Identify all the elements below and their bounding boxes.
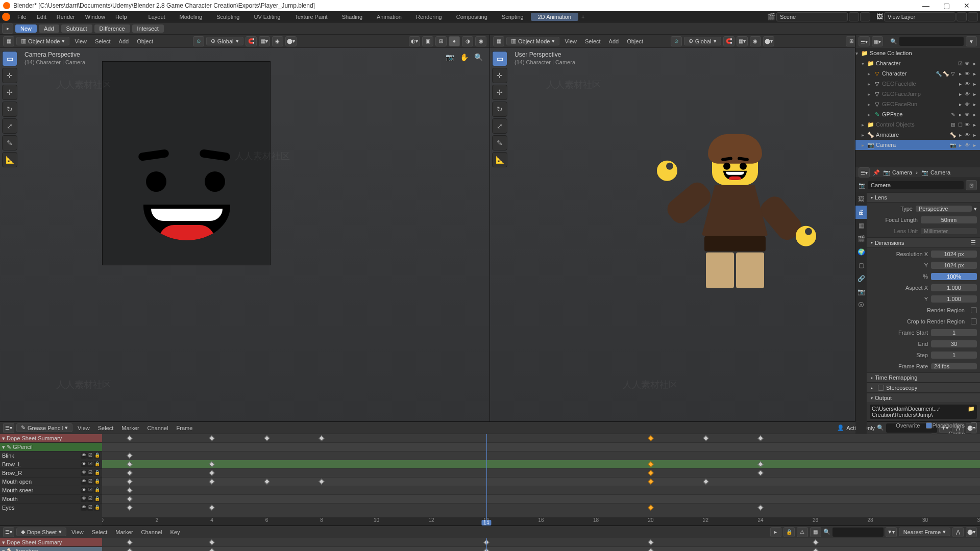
tool-move[interactable]: ✢ — [492, 85, 507, 100]
outliner-type-icon[interactable]: ☰▾ — [859, 36, 870, 46]
frame-end[interactable]: 30 — [931, 340, 977, 347]
outliner-item[interactable]: ▾📁Character☑👁▸ — [855, 58, 980, 68]
ds-marker[interactable]: Marker — [112, 529, 136, 535]
mode-select[interactable]: ▥ Object Mode ▾ — [16, 37, 69, 45]
vp-select[interactable]: Select — [582, 38, 604, 44]
vp-object[interactable]: Object — [134, 38, 156, 44]
scene-del[interactable] — [860, 12, 870, 21]
keyframe[interactable] — [127, 548, 132, 551]
channel-row[interactable]: ▾ ✎ GPencil — [0, 443, 102, 452]
viewlayer-new[interactable] — [957, 12, 967, 21]
xray-icon[interactable]: ▣ — [422, 36, 433, 46]
keyframe[interactable] — [648, 461, 653, 467]
keyframe[interactable] — [209, 548, 214, 551]
dim-menu-icon[interactable]: ☰ — [971, 239, 976, 246]
toolopt-new[interactable]: New — [15, 24, 37, 33]
tool-select-box[interactable]: ▭ — [2, 51, 17, 66]
breadcrumb-data[interactable]: Camera — [930, 169, 950, 176]
editor-type-icon[interactable]: ☰▾ — [3, 423, 14, 433]
lens-type-dropdown[interactable]: Perspective — [916, 206, 972, 212]
propedit-icon[interactable]: ◉ — [272, 36, 283, 46]
shading-solid-icon[interactable]: ● — [449, 36, 460, 46]
outliner-item[interactable]: ▸▽GEOFaceIdle▸👁▸ — [855, 79, 980, 89]
scene-new[interactable] — [849, 12, 859, 21]
tab-rendering[interactable]: Rendering — [409, 13, 449, 21]
vp-object[interactable]: Object — [624, 38, 646, 44]
keyframe[interactable] — [127, 435, 132, 441]
keyframe[interactable] — [127, 496, 132, 502]
snap-to-icon[interactable]: ▦▾ — [737, 36, 748, 46]
channel-row[interactable]: Brow_R👁☑🔒 — [0, 469, 102, 478]
keyframe[interactable] — [127, 479, 132, 484]
tool-cursor[interactable]: ✛ — [2, 68, 17, 83]
keyframe[interactable] — [127, 453, 132, 458]
ds-select[interactable]: Select — [95, 425, 117, 431]
panel-time-remap[interactable]: ▸Time Remapping — [867, 372, 980, 383]
keyframe[interactable] — [209, 470, 214, 475]
tool-scale[interactable]: ⤢ — [2, 118, 17, 134]
tab-layout[interactable]: Layout — [141, 13, 173, 21]
panel-dimensions[interactable]: ▾Dimensions☰ — [867, 237, 980, 248]
tab-texturepaint[interactable]: Texture Paint — [287, 13, 334, 21]
tab-shading[interactable]: Shading — [335, 13, 370, 21]
panel-stereo[interactable]: ▸Stereoscopy — [867, 383, 980, 393]
propfalloff-icon[interactable]: ⬤▾ — [285, 36, 297, 46]
frame-step[interactable]: 1 — [931, 352, 977, 359]
datablock-name[interactable]: Camera — [868, 181, 964, 189]
keyframe[interactable] — [264, 435, 270, 441]
channel-row[interactable]: Mouth👁☑🔒 — [0, 495, 102, 504]
keyframe[interactable] — [813, 539, 818, 545]
keyframe[interactable] — [127, 461, 132, 467]
add-workspace[interactable]: + — [578, 14, 587, 20]
ds-view[interactable]: View — [68, 529, 87, 535]
toolopt-add[interactable]: Add — [39, 24, 59, 33]
ds-frame[interactable]: Frame — [174, 425, 196, 431]
maximize-button[interactable]: ▢ — [936, 2, 957, 10]
pivot-icon[interactable]: ⊙ — [671, 36, 682, 46]
propedit-icon[interactable]: ⬤▾ — [966, 527, 977, 537]
keyframe[interactable] — [757, 505, 763, 510]
keyframe[interactable] — [318, 479, 324, 484]
output-path[interactable]: C:\Users\darri\Document...r Creation\Ren… — [872, 406, 968, 418]
keyframe[interactable] — [264, 479, 270, 484]
tab-sculpting[interactable]: Sculpting — [209, 13, 247, 21]
keyframe[interactable] — [648, 479, 653, 484]
channel-row[interactable]: Eyes👁☑🔒 — [0, 504, 102, 512]
keyframe[interactable] — [127, 539, 132, 545]
shading-lookdev-icon[interactable]: ◑ — [462, 36, 473, 46]
outliner-item[interactable]: ▸📁Control Objects⊞☐👁▸ — [855, 119, 980, 130]
orient-select[interactable]: ⊕ Global ▾ — [684, 37, 721, 45]
toolopt-difference[interactable]: Difference — [94, 24, 130, 33]
viewlayer-select[interactable]: View Layer — [884, 12, 955, 21]
channel-row[interactable]: Mouth open👁☑🔒 — [0, 478, 102, 486]
keyframe[interactable] — [209, 505, 214, 510]
ds-channel[interactable]: Channel — [144, 425, 172, 431]
tab-scripting[interactable]: Scripting — [495, 13, 531, 21]
viewlayer-del[interactable] — [968, 12, 978, 21]
tab-scene[interactable]: 🎬 — [855, 232, 867, 245]
tab-physics[interactable]: ⦿ — [855, 298, 867, 312]
vp-select[interactable]: Select — [92, 38, 114, 44]
keyframe[interactable] — [703, 435, 708, 441]
keyframe[interactable] — [209, 435, 214, 441]
keyframe[interactable] — [703, 479, 708, 484]
keyframe[interactable] — [648, 505, 653, 510]
menu-window[interactable]: Window — [80, 14, 110, 20]
tool-select-box[interactable]: ▭ — [492, 51, 507, 66]
autosnap-icon[interactable]: ⋀ — [952, 527, 964, 537]
keyframe[interactable] — [648, 435, 653, 441]
outliner-display-icon[interactable]: ▦▾ — [872, 36, 883, 46]
lock-icon[interactable]: 🔒 — [783, 527, 795, 537]
crop-region-chk[interactable] — [971, 318, 977, 324]
menu-render[interactable]: Render — [52, 14, 80, 20]
focal-length[interactable]: 50mm — [921, 216, 977, 223]
tab-viewlayer[interactable]: ▦ — [855, 219, 867, 232]
err-icon[interactable]: ⚠ — [797, 527, 808, 537]
ds-marker[interactable]: Marker — [118, 425, 142, 431]
placeholders-chk[interactable] — [971, 422, 977, 429]
panel-lens[interactable]: ▾Lens — [867, 192, 980, 203]
channel-row[interactable]: Mouth sneer👁☑🔒 — [0, 486, 102, 495]
propfalloff-icon[interactable]: ⬤▾ — [763, 36, 774, 46]
snap-icon[interactable]: 🧲 — [246, 36, 257, 46]
tool-annotate[interactable]: ✎ — [492, 135, 507, 151]
